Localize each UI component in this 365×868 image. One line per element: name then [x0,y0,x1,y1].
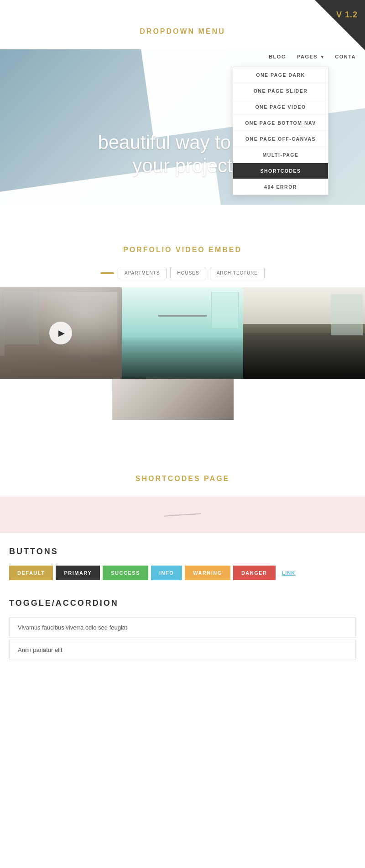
dropdown-item-4[interactable]: ONE PAGE OFF-CANVAS [233,131,328,147]
btn-primary[interactable]: PRIMARY [56,566,100,580]
dropdown-item-0[interactable]: ONE PAGE DARK [233,67,328,83]
shortcodes-section-title: SHORTCODES PAGE [0,475,365,483]
bathroom-window [2,290,39,344]
kitchen-hood [158,315,207,317]
dropdown-section-title: DROPDOWN MENU [0,27,365,36]
play-button[interactable] [49,322,72,344]
nav-bar: BLOG PAGES ▾ CONTA [249,49,365,64]
portfolio-grid [0,287,365,379]
portfolio-item-3[interactable] [243,287,365,379]
filter-tab-architecture[interactable]: ARCHITECTURE [210,268,265,278]
bathroom-counter [0,356,122,379]
hero-area: BLOG PAGES ▾ CONTA ONE PAGE DARK ONE PAG… [0,49,365,205]
portfolio-section: PORFOLIO VIDEO EMBED APARTMENTS HOUSES A… [0,218,365,420]
portfolio-item-1[interactable] [0,287,122,379]
buttons-row: DEFAULT PRIMARY SUCCESS INFO WARNING DAN… [9,566,356,580]
pages-arrow: ▾ [321,55,324,59]
btn-warning[interactable]: WARNING [185,566,230,580]
dark-kitchen-image [243,287,365,379]
shortcodes-content: BUTTONS DEFAULT PRIMARY SUCCESS INFO WAR… [0,533,365,676]
filter-dot [100,272,114,274]
shortcodes-section: SHORTCODES PAGE BUTTONS DEFAULT PRIMARY … [0,420,365,676]
dark-kitchen-lower [243,333,365,379]
dropdown-item-2[interactable]: ONE PAGE VIDEO [233,99,328,115]
btn-info[interactable]: INFO [151,566,182,580]
accordion-subsection-title: TOGGLE/ACCORDION [9,598,356,608]
portfolio-item-2[interactable] [122,287,244,379]
dropdown-item-7[interactable]: 404 ERROR [233,179,328,195]
dropdown-panel: ONE PAGE DARK ONE PAGE SLIDER ONE PAGE V… [233,67,328,195]
btn-danger[interactable]: DANGER [233,566,276,580]
filter-tab-apartments[interactable]: APARTMENTS [118,268,167,278]
btn-success[interactable]: SUCCESS [103,566,148,580]
kitchen-window [211,292,239,328]
kitchen-lower [122,338,244,379]
dropdown-item-5[interactable]: MULTI-PAGE [233,147,328,163]
hero-line2: your project [132,155,232,176]
buttons-subsection-title: BUTTONS [9,547,356,556]
nav-pages[interactable]: PAGES ▾ [297,54,324,59]
accordion-header-1[interactable]: Vivamus faucibus viverra odio sed feugia… [10,618,355,637]
dropdown-section: DROPDOWN MENU BLOG PAGES ▾ CONTA ONE PAG… [0,0,365,218]
version-label: V 1.2 [336,10,358,20]
stripe-line [164,513,201,517]
dropdown-item-6[interactable]: SHORTCODES [233,163,328,179]
dropdown-item-3[interactable]: ONE PAGE BOTTOM NAV [233,115,328,131]
btn-link[interactable]: LINK [278,566,299,580]
filter-tab-houses[interactable]: HOUSES [170,268,206,278]
accordion-header-2[interactable]: Anim pariatur elit [10,640,355,660]
dropdown-item-1[interactable]: ONE PAGE SLIDER [233,83,328,99]
accordion-item-2: Anim pariatur elit [9,640,356,660]
dark-kitchen-window [331,294,363,335]
filter-tabs: APARTMENTS HOUSES ARCHITECTURE [0,268,365,278]
nav-blog[interactable]: BLOG [269,54,286,59]
portfolio-second-row [0,379,365,420]
nav-contact[interactable]: CONTA [335,54,356,59]
pink-stripe [0,497,365,533]
portfolio-section-title: PORFOLIO VIDEO EMBED [0,246,365,254]
btn-default[interactable]: DEFAULT [9,566,53,580]
portfolio-thumb-small[interactable] [112,379,234,420]
accordion-item-1: Vivamus faucibus viverra odio sed feugia… [9,617,356,638]
accordion-label-2: Anim pariatur elit [18,646,63,653]
accordion-label-1: Vivamus faucibus viverra odio sed feugia… [18,624,127,631]
accordion: Vivamus faucibus viverra odio sed feugia… [9,617,356,660]
light-kitchen-image [122,287,244,379]
shortcodes-title-area: SHORTCODES PAGE [0,447,365,483]
